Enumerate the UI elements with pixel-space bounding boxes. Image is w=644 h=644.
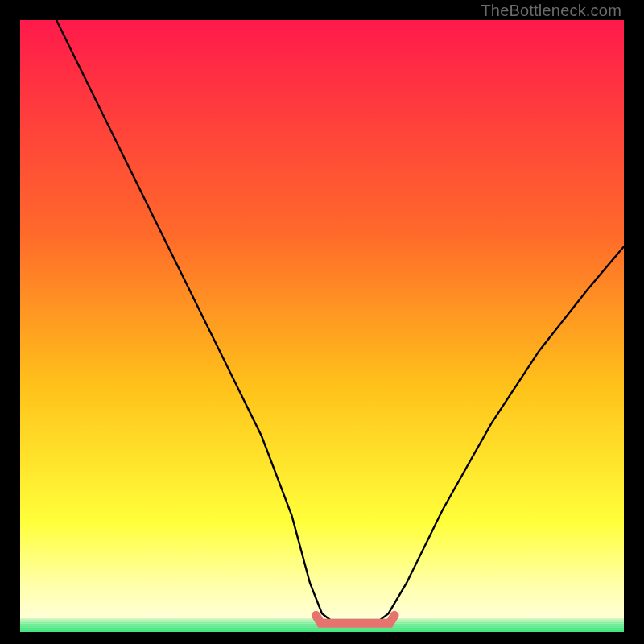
chart-frame [20, 20, 624, 632]
svg-rect-6 [20, 630, 624, 632]
watermark-text: TheBottleneck.com [481, 2, 621, 20]
gradient-background [20, 20, 624, 632]
bottleneck-chart [20, 20, 624, 632]
